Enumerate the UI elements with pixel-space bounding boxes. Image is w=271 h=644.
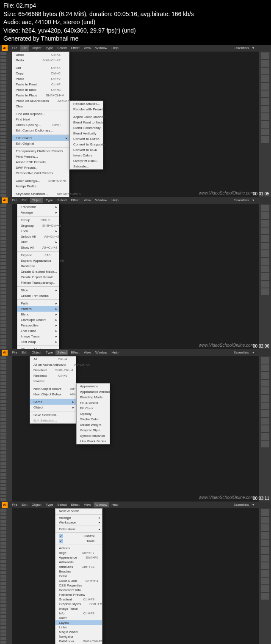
tool-icon[interactable] [0, 549, 6, 552]
tool-icon[interactable] [0, 560, 6, 563]
menu-item[interactable]: CopyCtrl+C [12, 71, 69, 76]
menu-object[interactable]: Object [30, 502, 43, 507]
tools-panel[interactable] [0, 52, 12, 197]
panel-icon[interactable] [261, 585, 269, 592]
menu-item[interactable]: Adobe PDF Presets... [12, 159, 69, 165]
panel-icon[interactable] [261, 90, 269, 97]
tools-panel[interactable] [0, 356, 12, 501]
tool-icon[interactable] [0, 458, 6, 461]
menu-item[interactable]: Stroke Color [77, 417, 110, 422]
menu-type[interactable]: Type [44, 45, 55, 51]
menu-item[interactable]: AppearanceShift+F6 [55, 555, 102, 560]
tool-icon[interactable] [0, 600, 6, 603]
menu-item[interactable]: InfoCtrl+F8 [55, 611, 102, 616]
panel-icon[interactable] [261, 136, 269, 143]
tool-icon[interactable] [0, 597, 6, 600]
object-menu[interactable]: Transform▸Arrange▸GroupCtrl+GUngroupShif… [17, 204, 59, 369]
tool-icon[interactable] [0, 313, 6, 316]
tool-icon[interactable] [0, 172, 6, 175]
panel-icon[interactable] [261, 98, 269, 105]
panel-icon[interactable] [261, 517, 269, 523]
tool-icon[interactable] [0, 248, 6, 251]
tool-icon[interactable] [0, 414, 6, 417]
panel-icon[interactable] [261, 60, 269, 67]
menu-item[interactable]: Link Block Series [77, 438, 110, 444]
menu-item[interactable]: Artboards [55, 560, 102, 565]
menu-edit[interactable]: Edit [20, 197, 29, 203]
menu-item[interactable]: CutCtrl+X [12, 65, 69, 71]
edit-colors-submenu[interactable]: Recolor Artwork...Recolor with Preset▸Ad… [69, 101, 103, 170]
tool-icon[interactable] [0, 288, 6, 291]
tool-icon[interactable] [0, 273, 6, 276]
tool-icon[interactable] [0, 233, 6, 236]
tool-icon[interactable] [0, 527, 6, 530]
tool-icon[interactable] [0, 262, 6, 265]
menu-item[interactable]: Show AllAlt+Ctrl+3 [17, 245, 59, 250]
tool-icon[interactable] [0, 339, 6, 342]
tool-icon[interactable] [0, 81, 6, 84]
tool-icon[interactable] [0, 393, 6, 396]
tool-icon[interactable] [0, 531, 6, 534]
menu-edit[interactable]: Edit [20, 502, 29, 507]
menu-item[interactable]: Magic Wand [55, 630, 102, 634]
menu-type[interactable]: Type [44, 197, 55, 203]
tool-icon[interactable] [0, 375, 6, 378]
tool-icon[interactable] [0, 509, 6, 512]
tool-icon[interactable] [0, 295, 6, 298]
menu-window[interactable]: Window [94, 350, 109, 355]
tool-icon[interactable] [0, 553, 6, 556]
menu-view[interactable]: View [82, 502, 93, 507]
tool-icon[interactable] [0, 136, 6, 139]
menu-item[interactable]: Live Paint▸ [17, 328, 59, 334]
menu-item[interactable]: Layers [55, 620, 102, 625]
tool-icon[interactable] [0, 343, 6, 345]
tool-icon[interactable] [0, 215, 6, 218]
menu-item[interactable]: Blend Vertically [70, 131, 103, 136]
panel-icon[interactable] [261, 235, 269, 242]
menu-item[interactable]: Extensions▸ [55, 527, 102, 532]
panel-icon[interactable] [261, 547, 269, 554]
menu-select[interactable]: Select [55, 350, 68, 355]
menu-item[interactable]: Create Gradient Mesh... [17, 269, 59, 274]
menu-item[interactable]: Image Trace▸ [17, 334, 59, 339]
menu-help[interactable]: Help [110, 197, 120, 203]
tool-icon[interactable] [0, 161, 6, 164]
panel-icon[interactable] [261, 250, 269, 257]
tool-icon[interactable] [0, 586, 6, 589]
menu-item[interactable]: Saturate... [70, 164, 103, 169]
menu-item[interactable]: Fill & Stroke [77, 400, 110, 406]
panel-icon[interactable] [261, 441, 269, 447]
tool-icon[interactable] [0, 495, 6, 498]
tool-icon[interactable] [0, 575, 6, 578]
tool-icon[interactable] [0, 266, 6, 269]
menu-view[interactable]: View [82, 350, 93, 355]
tool-icon[interactable] [0, 386, 6, 389]
tool-icon[interactable] [0, 164, 6, 167]
panel-icon[interactable] [261, 273, 269, 280]
menu-item[interactable]: Hide▸ [17, 239, 59, 245]
tool-icon[interactable] [0, 378, 6, 381]
tool-icon[interactable] [0, 56, 6, 59]
tool-icon[interactable] [0, 183, 6, 186]
menu-item[interactable]: Workspace▸ [55, 520, 102, 525]
menu-effect[interactable]: Effect [69, 502, 81, 507]
menu-item[interactable]: Next Object BelowAlt+Ctrl+[ [30, 392, 76, 397]
panel-icon[interactable] [261, 364, 269, 371]
panel-icon[interactable] [261, 281, 269, 288]
menu-item[interactable]: Edit Selection... [30, 418, 76, 423]
tool-icon[interactable] [0, 310, 6, 312]
menu-item[interactable]: AllCtrl+A [30, 356, 76, 362]
menu-file[interactable]: File [10, 197, 19, 203]
tool-icon[interactable] [0, 512, 6, 515]
tool-icon[interactable] [0, 230, 6, 233]
tool-icon[interactable] [0, 615, 6, 618]
tool-icon[interactable] [0, 371, 6, 374]
tool-icon[interactable] [0, 332, 6, 334]
menu-item[interactable]: Find and Replace... [12, 111, 69, 117]
tool-icon[interactable] [0, 270, 6, 273]
right-panels[interactable] [259, 508, 271, 644]
menu-item[interactable]: CSS Properties [55, 583, 102, 588]
tool-icon[interactable] [0, 66, 6, 69]
tool-icon[interactable] [0, 466, 6, 469]
tool-icon[interactable] [0, 608, 6, 611]
